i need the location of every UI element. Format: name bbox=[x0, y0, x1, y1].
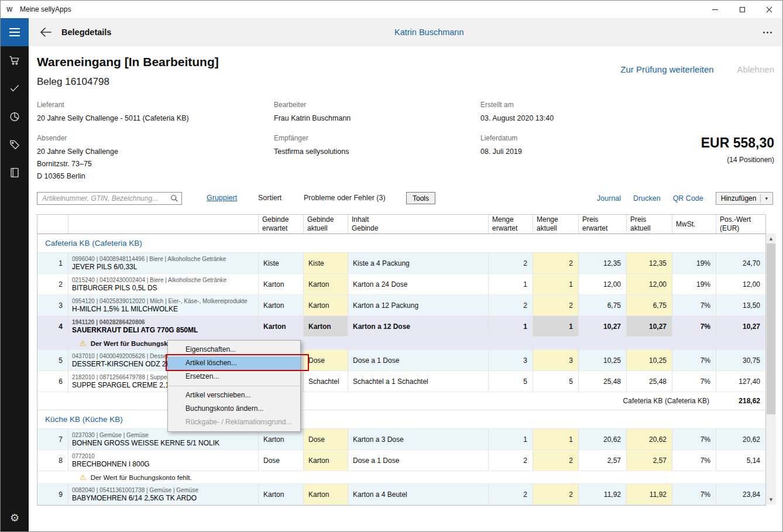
table-row[interactable]: 10996040 | 04008948114496 | Biere | Alko… bbox=[37, 253, 765, 274]
mwst-cell: 7% bbox=[672, 484, 716, 504]
field-absender: Absender 20 Jahre Selly Challenge Bornit… bbox=[37, 134, 118, 183]
table-row[interactable]: 70237030 | Gemüse | GemüseBOHNEN GROSS W… bbox=[37, 429, 765, 450]
sidebar-item-catalog[interactable] bbox=[1, 159, 29, 187]
sidebar-item-settings[interactable]: ⚙ bbox=[1, 503, 29, 531]
table-row[interactable]: 20215240 | 04102430002404 | Biere | Alko… bbox=[37, 274, 765, 295]
back-button[interactable] bbox=[36, 22, 56, 43]
pos-wert-cell: 127,40 bbox=[716, 371, 765, 392]
column-header-select[interactable] bbox=[37, 215, 68, 234]
column-header-gebinde-aktuell[interactable]: Gebindeaktuell bbox=[304, 215, 348, 234]
gebinde-aktuell-cell[interactable]: Karton bbox=[304, 316, 348, 337]
preis-aktuell-cell[interactable]: 12,00 bbox=[627, 274, 672, 294]
gruppiert-link[interactable]: Gruppiert bbox=[207, 194, 237, 202]
context-menu-item[interactable]: Eigenschaften... bbox=[168, 343, 300, 356]
sidebar-item-orders[interactable] bbox=[1, 46, 29, 74]
vertical-scrollbar[interactable]: ▲ ▼ bbox=[766, 234, 776, 504]
table-row[interactable]: 50437010 | 04000492005626 | DessertsDESS… bbox=[37, 350, 765, 371]
group-header[interactable]: Cafeteria KB (Cafeteria KB) bbox=[37, 234, 765, 253]
preis-aktuell-cell[interactable]: 20,62 bbox=[627, 429, 672, 449]
scroll-down-button[interactable]: ▼ bbox=[766, 495, 776, 504]
sidebar-item-reports[interactable] bbox=[1, 102, 29, 131]
gebinde-aktuell-cell[interactable]: Karton bbox=[304, 450, 348, 471]
article-meta: 2182010 | 08712566479788 | Suppen bbox=[72, 373, 170, 381]
inhalt-gebinde-cell: Schachtel a 1 Schachtel bbox=[348, 371, 489, 392]
menge-aktuell-cell[interactable]: 1 bbox=[533, 429, 579, 449]
pos-wert-cell: 12,00 bbox=[716, 274, 765, 294]
menge-aktuell-cell[interactable]: 3 bbox=[533, 350, 579, 370]
preis-aktuell-cell[interactable]: 12,35 bbox=[627, 253, 672, 273]
forward-for-review-link[interactable]: Zur Prüfung weiterleiten bbox=[620, 64, 713, 74]
context-menu-item[interactable]: Buchungskonto ändern... bbox=[168, 402, 300, 416]
column-header-preis-erwartet[interactable]: Preiserwartet bbox=[579, 215, 627, 234]
user-name[interactable]: Katrin Buschmann bbox=[394, 18, 463, 46]
table-row[interactable]: 90082040 | 05411361001738 | Gemüse | Gem… bbox=[37, 484, 765, 505]
preis-aktuell-cell[interactable]: 2,57 bbox=[627, 450, 672, 471]
hamburger-menu-button[interactable] bbox=[1, 18, 29, 46]
article-name: DESSERT-KIRSCHEN ODZ 2KG bbox=[72, 360, 176, 369]
column-header-gebinde-erwartet[interactable]: Gebindeerwartet bbox=[259, 215, 304, 234]
menge-aktuell-cell[interactable]: 2 bbox=[533, 295, 579, 315]
table-row[interactable]: 41941120 | 04028286420806SAUERKRAUT DELI… bbox=[37, 316, 765, 337]
column-header-mwst[interactable]: MwSt. bbox=[672, 215, 716, 234]
sidebar-item-tasks[interactable] bbox=[1, 74, 29, 102]
preis-aktuell-cell[interactable]: 11,92 bbox=[627, 484, 672, 504]
sidebar-nav: ⚙ bbox=[1, 46, 29, 531]
gebinde-aktuell-cell[interactable]: Schachtel bbox=[304, 371, 348, 392]
menge-aktuell-cell[interactable]: 1 bbox=[533, 316, 579, 337]
search-input[interactable] bbox=[37, 192, 182, 205]
menge-aktuell-cell[interactable]: 2 bbox=[533, 450, 579, 471]
context-menu-item[interactable]: Ersetzen... bbox=[168, 370, 300, 383]
drucken-link[interactable]: Drucken bbox=[633, 194, 661, 202]
qr-code-link[interactable]: QR Code bbox=[673, 194, 703, 202]
table-row[interactable]: 30954120 | 04025839012020 | Milch | Eier… bbox=[37, 295, 765, 316]
menge-aktuell-cell[interactable]: 2 bbox=[533, 253, 579, 273]
group-header[interactable]: Küche KB (Küche KB) bbox=[37, 410, 765, 429]
gebinde-aktuell-cell[interactable]: Dose bbox=[304, 429, 348, 449]
more-button[interactable] bbox=[759, 26, 775, 38]
column-header-preis-aktuell[interactable]: Preisaktuell bbox=[627, 215, 672, 234]
gebinde-aktuell-cell[interactable]: Kiste bbox=[304, 253, 348, 273]
table-row[interactable]: 62182010 | 08712566479788 | SuppenSUPPE … bbox=[37, 371, 765, 392]
sidebar-item-prices[interactable] bbox=[1, 131, 29, 159]
gebinde-aktuell-cell[interactable]: Karton bbox=[304, 295, 348, 315]
gebinde-erwartet-cell: Karton bbox=[259, 484, 304, 504]
column-header-article[interactable] bbox=[68, 215, 259, 234]
article-name: SUPPE SPARGEL CREME 2,1KG bbox=[72, 381, 179, 390]
preis-aktuell-cell[interactable]: 6,75 bbox=[627, 295, 672, 315]
tools-button[interactable]: Tools bbox=[406, 192, 435, 204]
reject-link[interactable]: Ablehnen bbox=[737, 64, 774, 74]
maximize-button[interactable] bbox=[729, 1, 755, 18]
menge-aktuell-cell[interactable]: 1 bbox=[533, 274, 579, 294]
table-row[interactable]: 80772010BRECHBOHNEN I 800GDoseKartonDose… bbox=[37, 450, 765, 471]
context-menu-item[interactable]: Artikel löschen... bbox=[168, 356, 300, 370]
article-name: BABYMOEHREN 6/14 2,5KG TK ARDO bbox=[72, 494, 197, 503]
scrollbar-thumb[interactable] bbox=[767, 243, 775, 414]
gebinde-erwartet-cell: Karton bbox=[259, 429, 304, 449]
gebinde-aktuell-cell[interactable]: Karton bbox=[304, 274, 348, 294]
inhalt-gebinde-cell: Karton a 12 Dose bbox=[348, 316, 489, 337]
field-value: 03. August 2020 13:40 bbox=[480, 112, 554, 125]
gebinde-aktuell-cell[interactable]: Karton bbox=[304, 484, 348, 504]
column-header-pos-wert[interactable]: Pos.-Wert(EUR) bbox=[716, 215, 765, 234]
close-button[interactable] bbox=[755, 1, 782, 18]
hinzufuegen-button[interactable]: Hinzufügen ▾ bbox=[716, 192, 773, 205]
sortiert-link[interactable]: Sortiert bbox=[258, 194, 281, 202]
column-header-inhalt-gebinde[interactable]: InhaltGebinde bbox=[348, 215, 489, 234]
minimize-button[interactable] bbox=[702, 1, 729, 18]
probleme-oder-fehler-link[interactable]: Probleme oder Fehler (3) bbox=[304, 194, 386, 202]
menge-aktuell-cell[interactable]: 2 bbox=[533, 484, 579, 504]
scroll-up-button[interactable]: ▲ bbox=[766, 234, 776, 243]
mwst-cell: 7% bbox=[672, 316, 716, 337]
menge-aktuell-cell[interactable]: 5 bbox=[533, 371, 579, 392]
column-header-menge-aktuell[interactable]: Mengeaktuell bbox=[533, 215, 579, 234]
gebinde-aktuell-cell[interactable]: Dose bbox=[304, 350, 348, 370]
row-number-cell: 3 bbox=[37, 295, 68, 315]
field-value: Testfirma sellysolutions bbox=[274, 146, 349, 158]
preis-aktuell-cell[interactable]: 10,25 bbox=[627, 350, 672, 370]
context-menu-item[interactable]: Artikel verschieben... bbox=[168, 389, 300, 402]
journal-link[interactable]: Journal bbox=[597, 194, 621, 202]
preis-aktuell-cell[interactable]: 25,48 bbox=[627, 371, 672, 392]
preis-aktuell-cell[interactable]: 10,27 bbox=[627, 316, 672, 337]
field-value: Frau Katrin Buschmann bbox=[274, 112, 351, 125]
column-header-menge-erwartet[interactable]: Mengeerwartet bbox=[489, 215, 533, 234]
